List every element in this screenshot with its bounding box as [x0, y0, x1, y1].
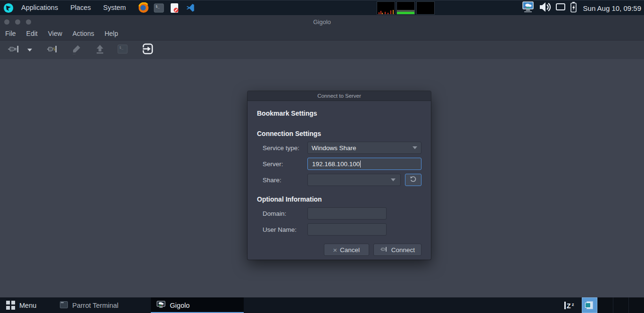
cancel-button-label: Cancel	[340, 246, 360, 254]
connect-plug-icon	[380, 246, 388, 254]
refresh-icon	[410, 176, 417, 185]
gigolo-icon	[157, 301, 165, 310]
menu-actions[interactable]: Actions	[72, 28, 95, 39]
server-input[interactable]: 192.168.100.100	[307, 158, 421, 170]
workspace-2[interactable]	[597, 297, 613, 313]
service-type-select[interactable]: Windows Share	[307, 142, 421, 154]
open-toolbar-button	[91, 42, 108, 58]
menubar: File Edit View Actions Help	[0, 28, 644, 40]
service-type-value: Windows Share	[312, 144, 356, 152]
workspace-switcher	[582, 297, 644, 313]
edit-toolbar-button: ...	[68, 42, 85, 58]
clock[interactable]: Sun Aug 10, 09:59	[581, 4, 641, 12]
share-dropdown-button[interactable]	[386, 174, 400, 186]
connect-icon	[7, 43, 19, 57]
server-label: Server:	[263, 161, 307, 168]
volume-icon[interactable]	[539, 1, 551, 15]
task-label: Parrot Terminal	[72, 302, 118, 309]
menu-places[interactable]: Places	[65, 0, 96, 16]
text-caret	[360, 161, 361, 168]
toolbar: ... $_	[0, 40, 644, 59]
network-icon[interactable]	[521, 1, 535, 15]
svg-text:Z: Z	[567, 302, 571, 310]
task-gigolo[interactable]: Gigolo	[151, 297, 244, 313]
svg-text:$_: $_	[156, 5, 160, 8]
domain-label: Domain:	[263, 210, 307, 217]
user-name-input[interactable]	[307, 223, 387, 236]
sleep-zz-icon[interactable]: Zz	[563, 300, 577, 311]
text-editor-blocked-icon[interactable]	[169, 2, 180, 14]
quit-icon	[141, 42, 154, 57]
disconnect-toolbar-button[interactable]	[44, 42, 61, 58]
svg-text:$_: $_	[119, 46, 124, 50]
menu-help[interactable]: Help	[104, 28, 119, 39]
edit-icon: ...	[71, 43, 82, 57]
taskbar-menu-button[interactable]: Menu	[0, 297, 43, 313]
cancel-button[interactable]: × Cancel	[324, 244, 369, 256]
system-monitor-applets[interactable]	[377, 1, 435, 15]
terminal-toolbar-button: $_	[114, 42, 131, 58]
open-icon	[94, 43, 106, 57]
top-panel: Applications Places System $_	[0, 0, 644, 15]
terminal-icon	[60, 301, 68, 310]
svg-text:z: z	[572, 302, 574, 307]
bookmark-settings-heading: Bookmark Settings	[257, 110, 421, 117]
service-type-label: Service type:	[263, 144, 307, 152]
workspace-4[interactable]	[628, 297, 644, 313]
firefox-icon[interactable]	[138, 2, 149, 14]
task-label: Gigolo	[170, 302, 190, 309]
workspace-1[interactable]	[582, 297, 597, 313]
window-content: Connect to Server Bookmark Settings Conn…	[0, 59, 644, 297]
connection-settings-heading: Connection Settings	[257, 130, 421, 137]
battery-icon[interactable]	[570, 1, 577, 15]
share-refresh-button[interactable]	[405, 174, 421, 186]
chevron-down-icon	[391, 178, 396, 181]
workspace-3[interactable]	[613, 297, 628, 313]
connect-to-server-dialog: Connect to Server Bookmark Settings Conn…	[248, 91, 431, 260]
menu-system[interactable]: System	[98, 0, 131, 16]
optional-information-heading: Optional Information	[257, 195, 421, 203]
blank-graph	[416, 1, 435, 15]
dialog-title[interactable]: Connect to Server	[248, 91, 431, 101]
taskbar: Menu Parrot Terminal Gigolo Zz	[0, 297, 644, 313]
gigolo-window: Gigolo File Edit View Actions Help ...	[0, 15, 644, 297]
menu-applications[interactable]: Applications	[16, 0, 63, 16]
domain-input[interactable]	[307, 207, 387, 220]
terminal-icon: $_	[117, 44, 128, 56]
task-parrot-terminal[interactable]: Parrot Terminal	[54, 297, 124, 313]
display-icon[interactable]	[555, 2, 566, 14]
share-combobox[interactable]	[307, 174, 401, 186]
quit-toolbar-button[interactable]	[139, 42, 157, 58]
server-value: 192.168.100.100	[312, 161, 360, 168]
window-titlebar[interactable]: Gigolo	[0, 15, 644, 28]
menu-view[interactable]: View	[48, 28, 63, 39]
svg-text:...: ...	[73, 51, 75, 55]
share-label: Share:	[263, 177, 307, 184]
menu-grid-icon	[6, 301, 15, 310]
parrot-menu-icon[interactable]	[3, 2, 14, 14]
terminal-icon[interactable]: $_	[153, 2, 165, 14]
menu-file[interactable]: File	[5, 28, 17, 39]
connect-dropdown-icon	[27, 49, 32, 51]
chevron-down-icon	[413, 146, 417, 149]
cpu-graph	[377, 1, 395, 15]
taskbar-menu-label: Menu	[19, 302, 36, 309]
user-name-label: User Name:	[263, 226, 307, 233]
close-x-icon: ×	[333, 246, 337, 254]
mini-window-icon	[586, 301, 593, 309]
window-title: Gigolo	[0, 18, 644, 25]
disconnect-icon	[47, 43, 59, 57]
connect-button-label: Connect	[391, 246, 415, 254]
connect-button[interactable]: Connect	[373, 244, 421, 256]
menu-edit[interactable]: Edit	[26, 28, 38, 39]
memory-graph	[396, 1, 415, 15]
connect-toolbar-button[interactable]	[5, 42, 22, 58]
vscode-icon[interactable]	[184, 2, 196, 14]
connect-dropdown-button[interactable]	[25, 42, 35, 58]
